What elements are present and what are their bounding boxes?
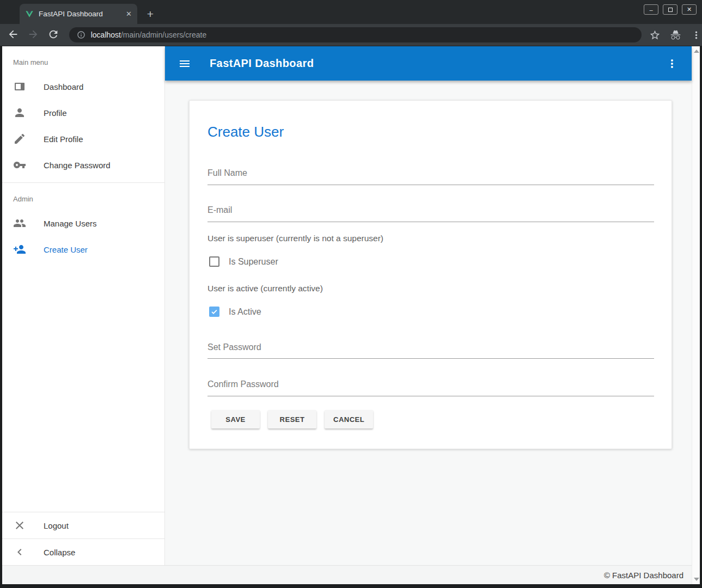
maximize-button[interactable] xyxy=(663,4,677,15)
full-name-field[interactable]: Full Name xyxy=(207,168,247,178)
sidebar-item-create-user[interactable]: Create User xyxy=(2,236,164,262)
tab-close-icon[interactable]: ✕ xyxy=(126,10,132,18)
url-bar[interactable]: localhost/main/admin/users/create xyxy=(69,27,642,42)
scroll-up-icon[interactable] xyxy=(694,50,699,53)
form-actions: SAVE RESET CANCEL xyxy=(211,410,373,428)
hamburger-menu-icon[interactable] xyxy=(178,57,191,70)
create-user-card: Create User Full Name E-mail User is sup… xyxy=(189,100,672,449)
sidebar-item-edit-profile[interactable]: Edit Profile xyxy=(2,126,164,152)
incognito-icon xyxy=(670,29,681,41)
people-icon xyxy=(13,217,26,230)
scroll-down-icon[interactable] xyxy=(694,578,699,581)
reload-icon[interactable] xyxy=(47,28,60,41)
checkbox-label: Is Superuser xyxy=(229,257,278,267)
sidebar-item-manage-users[interactable]: Manage Users xyxy=(2,210,164,236)
tab-strip: FastAPI Dashboard ✕ + – ✕ xyxy=(0,0,702,24)
app-bar-menu-icon[interactable] xyxy=(666,57,679,70)
sidebar-item-label: Profile xyxy=(44,108,67,118)
sidebar-item-label: Collapse xyxy=(44,548,75,557)
window-controls: – ✕ xyxy=(644,4,697,15)
sidebar-item-change-password[interactable]: Change Password xyxy=(2,152,164,178)
tab-title: FastAPI Dashboard xyxy=(39,10,121,18)
minimize-button[interactable]: – xyxy=(644,4,658,15)
page-footer: © FastAPI Dashboard xyxy=(2,565,692,584)
page-title: Create User xyxy=(207,124,284,140)
is-superuser-checkbox-row[interactable]: Is Superuser xyxy=(209,256,278,267)
email-field[interactable]: E-mail xyxy=(207,205,232,215)
back-icon[interactable] xyxy=(7,28,20,41)
app-bar: FastAPI Dashboard xyxy=(165,46,692,81)
active-hint: User is active (currently active) xyxy=(207,284,323,293)
dashboard-icon xyxy=(13,80,26,93)
chevron-left-icon xyxy=(13,546,26,559)
confirm-password-underline xyxy=(207,396,654,396)
browser-tab[interactable]: FastAPI Dashboard ✕ xyxy=(20,4,137,24)
person-icon xyxy=(13,106,26,119)
sidebar-item-label: Edit Profile xyxy=(44,134,83,144)
sidebar-section-admin: Admin xyxy=(2,183,164,210)
checkbox-label: Is Active xyxy=(229,307,261,317)
forward-icon[interactable] xyxy=(27,28,40,41)
sidebar-item-dashboard[interactable]: Dashboard xyxy=(2,74,164,100)
superuser-hint: User is superuser (currently is not a su… xyxy=(207,234,383,243)
email-underline xyxy=(207,222,654,222)
sidebar-item-label: Logout xyxy=(44,521,69,530)
sidebar-item-label: Manage Users xyxy=(44,219,97,228)
set-password-field[interactable]: Set Password xyxy=(207,342,261,352)
sidebar-item-logout[interactable]: Logout xyxy=(2,512,164,538)
full-name-underline xyxy=(207,185,654,185)
sidebar-item-collapse[interactable]: Collapse xyxy=(2,539,164,565)
checkbox-checked-icon[interactable] xyxy=(209,307,219,317)
save-button[interactable]: SAVE xyxy=(211,410,260,428)
url-host: localhost xyxy=(91,30,121,39)
app-bar-title: FastAPI Dashboard xyxy=(210,57,314,70)
is-active-checkbox-row[interactable]: Is Active xyxy=(209,307,261,317)
sidebar-item-label: Create User xyxy=(44,245,88,254)
person-add-icon xyxy=(13,243,26,256)
sidebar-item-label: Dashboard xyxy=(44,82,83,91)
page-scrollbar[interactable] xyxy=(692,46,700,584)
sidebar-item-profile[interactable]: Profile xyxy=(2,100,164,126)
sidebar-item-label: Change Password xyxy=(44,161,111,170)
vue-logo-icon xyxy=(25,10,34,19)
set-password-underline xyxy=(207,358,654,359)
page-info-icon[interactable] xyxy=(77,30,86,39)
sidebar-spacer xyxy=(2,262,164,512)
page-viewport: Main menu Dashboard Profile Edit Profile… xyxy=(2,46,700,584)
browser-menu-icon[interactable] xyxy=(691,29,702,41)
sidebar: Main menu Dashboard Profile Edit Profile… xyxy=(2,46,165,565)
url-path: /main/admin/users/create xyxy=(121,30,206,39)
close-button[interactable]: ✕ xyxy=(682,4,697,15)
bookmark-star-icon[interactable] xyxy=(649,29,661,41)
new-tab-button[interactable]: + xyxy=(143,7,158,22)
pencil-icon xyxy=(13,132,26,145)
footer-copyright: © FastAPI Dashboard xyxy=(604,571,683,580)
browser-window: FastAPI Dashboard ✕ + – ✕ localhost/main… xyxy=(0,0,702,588)
cancel-button[interactable]: CANCEL xyxy=(325,410,373,428)
close-x-icon xyxy=(13,519,26,532)
browser-toolbar: localhost/main/admin/users/create xyxy=(0,24,702,46)
reset-button[interactable]: RESET xyxy=(268,410,316,428)
sidebar-section-main-menu: Main menu xyxy=(2,46,164,74)
confirm-password-field[interactable]: Confirm Password xyxy=(207,379,279,389)
key-icon xyxy=(13,158,26,171)
checkbox-unchecked-icon[interactable] xyxy=(209,256,219,267)
main-content: Create User Full Name E-mail User is sup… xyxy=(165,81,692,565)
url-text: localhost/main/admin/users/create xyxy=(91,30,206,39)
